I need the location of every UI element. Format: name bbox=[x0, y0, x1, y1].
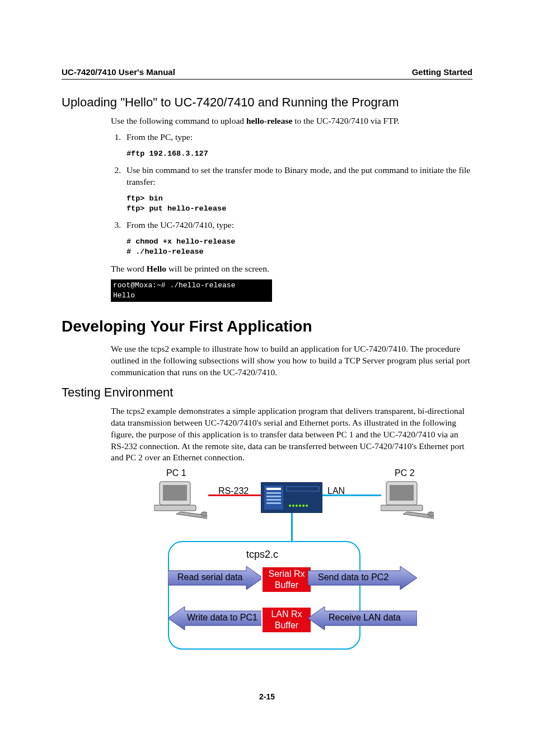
svg-point-23 bbox=[428, 512, 434, 516]
svg-point-15 bbox=[296, 505, 298, 507]
svg-point-14 bbox=[292, 505, 294, 507]
code-block-1: #ftp 192.168.3.127 bbox=[127, 149, 472, 159]
step-1: From the PC, type: #ftp 192.168.3.127 bbox=[123, 132, 472, 159]
testing-environment-diagram: PC 1 PC 2 RS-232 LAN bbox=[112, 468, 425, 659]
svg-rect-2 bbox=[154, 505, 196, 511]
step-2: Use bin command to set the transfer mode… bbox=[123, 165, 472, 214]
step-3-text: From the UC-7420/7410, type: bbox=[127, 220, 234, 230]
vert-line bbox=[291, 513, 293, 542]
steps-list: From the PC, type: #ftp 192.168.3.127 Us… bbox=[111, 132, 472, 258]
label-write-pc1: Write data to PC1 bbox=[187, 613, 257, 623]
lan-line bbox=[322, 494, 381, 496]
document-page: UC-7420/7410 User's Manual Getting Start… bbox=[0, 0, 534, 724]
svg-point-18 bbox=[306, 505, 308, 507]
svg-rect-20 bbox=[390, 485, 414, 501]
svg-rect-7 bbox=[266, 488, 281, 490]
label-send-pc2: Send data to PC2 bbox=[318, 572, 388, 582]
svg-rect-21 bbox=[381, 505, 423, 511]
section-title-developing: Developing Your First Application bbox=[62, 318, 472, 335]
svg-point-13 bbox=[289, 505, 291, 507]
intro-pre: Use the following command to upload bbox=[111, 116, 246, 125]
svg-rect-1 bbox=[163, 485, 187, 501]
test-para: The tcps2 example demonstrates a simple … bbox=[111, 405, 472, 464]
dev-para: We use the tcps2 example to illustrate h… bbox=[111, 343, 472, 379]
tcps2-title: tcps2.c bbox=[246, 549, 278, 561]
intro-bold: hello-release bbox=[246, 116, 292, 125]
svg-point-16 bbox=[299, 505, 301, 507]
code-block-3: # chmod +x hello-release # ./hello-relea… bbox=[127, 237, 472, 257]
svg-rect-8 bbox=[266, 492, 281, 494]
outro-post: will be printed on the screen. bbox=[166, 264, 269, 273]
header-left: UC-7420/7410 User's Manual bbox=[62, 67, 175, 77]
pc2-icon bbox=[381, 480, 434, 520]
intro-para: Use the following command to upload hell… bbox=[111, 115, 472, 127]
label-pc2: PC 2 bbox=[395, 468, 415, 478]
step-2-text: Use bin command to set the transfer mode… bbox=[127, 165, 470, 186]
rs232-line bbox=[208, 494, 261, 496]
lan-rx-buffer: LAN Rx Buffer bbox=[261, 606, 312, 633]
svg-rect-9 bbox=[266, 496, 281, 497]
svg-rect-10 bbox=[266, 499, 281, 501]
outro-para: The word Hello will be printed on the sc… bbox=[111, 263, 472, 275]
svg-point-4 bbox=[201, 512, 207, 516]
section-title-testing: Testing Environment bbox=[62, 385, 472, 400]
page-header: UC-7420/7410 User's Manual Getting Start… bbox=[62, 67, 472, 80]
pc1-icon bbox=[154, 480, 207, 520]
label-recv-lan: Receive LAN data bbox=[329, 613, 401, 623]
code-block-2: ftp> bin ftp> put hello-release bbox=[127, 194, 472, 214]
page-number: 2-15 bbox=[62, 692, 472, 701]
section-title-uploading: Uploading "Hello" to UC-7420/7410 and Ru… bbox=[62, 95, 472, 110]
outro-bold: Hello bbox=[147, 264, 166, 273]
svg-point-17 bbox=[302, 505, 305, 507]
section-body-developing: We use the tcps2 example to illustrate h… bbox=[111, 343, 472, 379]
label-pc1: PC 1 bbox=[166, 468, 186, 478]
label-read-serial: Read serial data bbox=[177, 572, 243, 582]
device-icon bbox=[261, 482, 322, 513]
section-body-uploading: Use the following command to upload hell… bbox=[111, 115, 472, 302]
section-body-testing: The tcps2 example demonstrates a simple … bbox=[111, 405, 472, 464]
outro-pre: The word bbox=[111, 264, 147, 273]
terminal-output: root@Moxa:~# ./hello-release Hello bbox=[111, 279, 272, 302]
step-1-text: From the PC, type: bbox=[127, 132, 193, 142]
header-right: Getting Started bbox=[412, 67, 472, 77]
intro-post: to the UC-7420/7410 via FTP. bbox=[292, 116, 399, 125]
svg-rect-12 bbox=[287, 487, 319, 491]
serial-rx-buffer: Serial Rx Buffer bbox=[261, 566, 312, 593]
svg-rect-11 bbox=[266, 502, 281, 504]
step-3: From the UC-7420/7410, type: # chmod +x … bbox=[123, 220, 472, 257]
